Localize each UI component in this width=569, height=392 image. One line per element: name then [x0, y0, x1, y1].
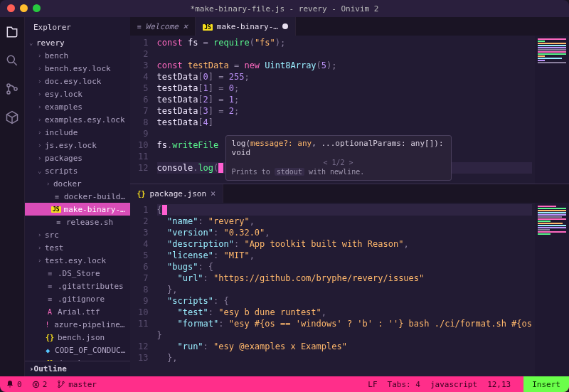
activity-bar [0, 17, 25, 376]
window-close-icon[interactable] [7, 4, 15, 12]
code-editor-bottom[interactable]: 12345678910111213 { "name": "revery", "v… [130, 203, 569, 376]
window-maximize-icon[interactable] [33, 4, 41, 12]
tree-folder[interactable]: ›esy.lock [25, 88, 130, 100]
md-icon: ◆ [43, 346, 52, 354]
eol-indicator[interactable]: LF [368, 380, 377, 389]
editor-group-top: ≡Welcome×JSmake-binary-… 123456789101112… [130, 17, 569, 184]
source-control-icon[interactable] [4, 81, 20, 97]
svg-point-5 [58, 381, 60, 383]
file-icon: ≡ [45, 282, 55, 290]
yml-icon: ! [43, 321, 51, 329]
extensions-icon[interactable] [4, 110, 20, 125]
sidebar: Explorer ⌄revery›bench›bench.esy.lock›do… [25, 17, 130, 376]
svg-point-7 [63, 381, 65, 383]
tree-folder[interactable]: ›js.esy.lock [25, 139, 130, 152]
tree-root[interactable]: ⌄revery [25, 36, 130, 49]
svg-point-6 [58, 386, 60, 388]
file-icon: ≡ [45, 295, 55, 303]
sh-icon: ≡ [53, 218, 63, 226]
svg-point-0 [7, 55, 14, 63]
window-minimize-icon[interactable] [20, 4, 28, 12]
json-icon: {} [137, 190, 146, 198]
tree-folder[interactable]: ›test [25, 241, 130, 254]
menu-icon: ≡ [137, 23, 142, 31]
minimap-bottom[interactable] [535, 203, 569, 376]
window-title: *make-binary-file.js - revery - Onivim 2 [191, 4, 379, 14]
tree-folder[interactable]: ›packages [25, 152, 130, 164]
font-icon: A [45, 308, 55, 316]
svg-point-1 [7, 84, 10, 87]
tree-file[interactable]: AArial.ttf [25, 305, 130, 318]
signature-help: log(message?: any, ...optionalParams: an… [225, 135, 452, 181]
tree-folder[interactable]: ›test.esy.lock [25, 254, 130, 267]
sh-icon: ≡ [53, 193, 61, 201]
tree-folder[interactable]: ›examples.esy.lock [25, 113, 130, 126]
tree-file[interactable]: ≡release.sh [25, 216, 130, 228]
tabbar-bottom: {}package.json× [130, 184, 569, 203]
tree-file[interactable]: ≡.gitignore [25, 292, 130, 305]
cursor-position[interactable]: 12,13 [487, 380, 511, 389]
tree-file[interactable]: ≡.gitattributes [25, 280, 130, 292]
file-icon: ≡ [45, 270, 55, 277]
tree-file[interactable]: ◆CODE_OF_CONDUCT.md [25, 344, 130, 356]
outline-label: Outline [34, 364, 67, 374]
outline-section[interactable]: › Outline [25, 361, 130, 376]
tree-file[interactable]: {}bench.json [25, 331, 130, 344]
tree-file[interactable]: JSmake-binary-file.js [25, 203, 130, 216]
notifications-icon[interactable]: 0 [6, 380, 22, 389]
tree-folder[interactable]: ›include [25, 126, 130, 139]
tree-folder[interactable]: ⌄scripts [25, 164, 130, 177]
tree-folder[interactable]: ›examples [25, 100, 130, 113]
editor-group-bottom: {}package.json× 12345678910111213 { "nam… [130, 184, 569, 376]
tree-folder[interactable]: ›docker [25, 177, 130, 190]
tab[interactable]: {}package.json× [130, 184, 224, 203]
tabbar-top: ≡Welcome×JSmake-binary-… [130, 17, 569, 36]
tree-folder[interactable]: ›bench [25, 49, 130, 62]
indentation-indicator[interactable]: Tabs: 4 [388, 380, 420, 389]
svg-point-2 [7, 91, 10, 94]
close-icon[interactable]: × [211, 189, 216, 198]
dirty-indicator-icon [282, 23, 288, 29]
tab[interactable]: ≡Welcome× [130, 17, 196, 36]
close-icon[interactable]: × [183, 21, 188, 31]
minimap-top[interactable] [535, 36, 569, 184]
titlebar: *make-binary-file.js - revery - Onivim 2 [0, 0, 569, 17]
tree-file[interactable]: ≡docker-build.sh [25, 190, 130, 203]
tree-folder[interactable]: ›src [25, 228, 130, 241]
tree-file[interactable]: ≡.DS_Store [25, 267, 130, 280]
language-indicator[interactable]: javascript [430, 380, 477, 389]
js-icon: JS [51, 206, 61, 213]
errors-count[interactable]: 2 [32, 380, 48, 389]
tree-file[interactable]: !azure-pipelines.yml [25, 318, 130, 331]
tab[interactable]: JSmake-binary-… [196, 17, 296, 36]
search-icon[interactable] [4, 53, 20, 68]
svg-point-3 [14, 88, 17, 90]
explorer-icon[interactable] [4, 24, 20, 40]
json-icon: {} [45, 334, 55, 341]
file-tree[interactable]: ⌄revery›bench›bench.esy.lock›doc.esy.loc… [25, 36, 130, 361]
tree-folder[interactable]: ›bench.esy.lock [25, 62, 130, 75]
js-icon: JS [203, 23, 213, 31]
vim-mode: Insert [523, 376, 569, 392]
status-bar: 0 2 master LF Tabs: 4 javascript 12,13 I… [0, 376, 569, 392]
sidebar-heading: Explorer [25, 17, 130, 36]
git-branch[interactable]: master [57, 380, 97, 389]
tree-folder[interactable]: ›doc.esy.lock [25, 75, 130, 88]
